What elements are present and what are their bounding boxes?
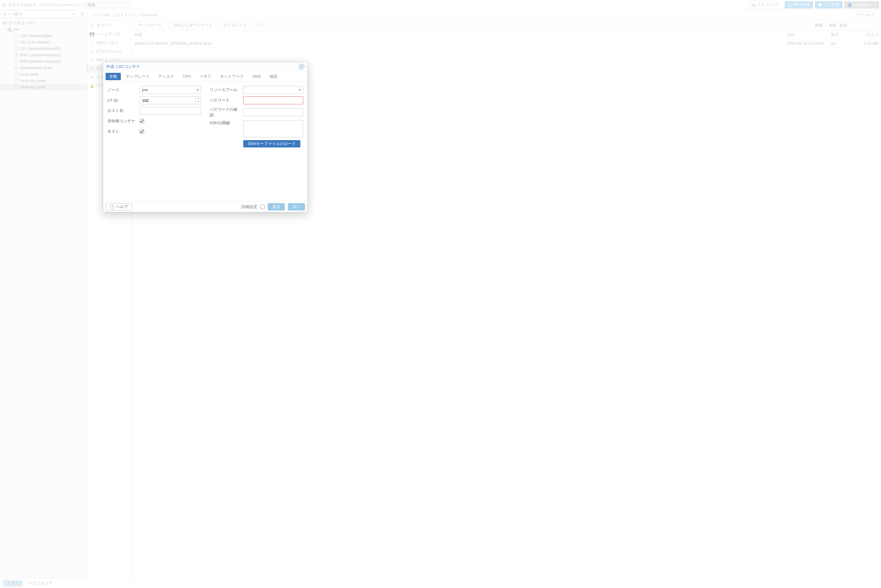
user-icon [848,3,852,7]
modal-overlay: 作成: LXCコンテナ ✕ 全般 テンプレート ディスク CPU メモリ ネット… [0,10,881,588]
unpriv-checkbox[interactable] [140,119,144,123]
create-vm-button[interactable]: VMを作成 [785,1,813,9]
tab-cpu[interactable]: CPU [179,73,195,80]
label-advanced: 詳細設定 [241,204,257,210]
label-nest: ネスト: [107,129,137,134]
password-input[interactable] [243,96,303,104]
logo-x-icon [2,3,7,8]
help-icon: ? [110,205,114,209]
label-unpriv: 非特権コンテナ: [107,118,137,124]
label-ctid: CT ID: [107,98,137,103]
ssh-load-button[interactable]: SSHキーファイルのロード [243,140,300,147]
tab-dns[interactable]: DNS [249,73,264,80]
ctid-input[interactable]: ▲▼ [140,96,201,104]
next-button[interactable]: 次へ [288,203,305,210]
tab-network[interactable]: ネットワーク [216,73,247,80]
chevron-down-icon [196,89,199,91]
product-version: Virtual Environment 8.2.2 [39,3,84,7]
docs-button[interactable]: ドキュメント [748,1,783,9]
tab-confirm[interactable]: 確認 [266,73,281,80]
chevron-down-icon [874,4,876,6]
label-password: パスワード: [210,98,240,103]
global-search-input[interactable] [85,2,132,8]
brand-text: PROXMOX [9,2,36,8]
book-icon [751,3,756,7]
pool-select[interactable] [243,86,303,94]
cube-icon [818,3,822,6]
tab-general[interactable]: 全般 [106,73,121,80]
ssh-key-textarea[interactable] [243,120,303,137]
advanced-checkbox[interactable] [260,205,265,209]
create-lxc-modal: 作成: LXCコンテナ ✕ 全般 テンプレート ディスク CPU メモリ ネット… [103,62,308,212]
back-button[interactable]: 戻る [268,203,285,210]
password-confirm-input[interactable] [243,108,303,116]
tab-disk[interactable]: ディスク [154,73,178,80]
node-select[interactable]: pve [140,86,201,94]
create-ct-button[interactable]: CTを作成 [815,1,842,9]
label-hostname: ホスト名: [107,108,137,114]
logo: PROXMOX Virtual Environment 8.2.2 [2,2,84,8]
step-up-icon[interactable]: ▲ [196,97,201,100]
user-menu-button[interactable]: root@pam [844,1,879,9]
modal-tabs: 全般 テンプレート ディスク CPU メモリ ネットワーク DNS 確認 [103,71,307,82]
step-down-icon[interactable]: ▼ [196,100,201,104]
hostname-input[interactable] [140,107,201,115]
label-node: ノード: [107,87,137,93]
close-button[interactable]: ✕ [299,64,304,69]
modal-title: 作成: LXCコンテナ [106,64,140,69]
nest-checkbox[interactable] [140,129,144,134]
label-password2: パスワードの確認: [210,107,240,118]
tab-template[interactable]: テンプレート [122,73,153,80]
monitor-icon [788,3,792,6]
label-pool: リソースプール: [210,87,240,93]
tab-memory[interactable]: メモリ [196,73,215,80]
top-bar: PROXMOX Virtual Environment 8.2.2 ドキュメント… [0,0,881,10]
modal-help-button[interactable]: ? ヘルプ [106,203,132,210]
label-ssh: SSH公開鍵: [210,120,240,126]
chevron-down-icon [298,89,301,91]
